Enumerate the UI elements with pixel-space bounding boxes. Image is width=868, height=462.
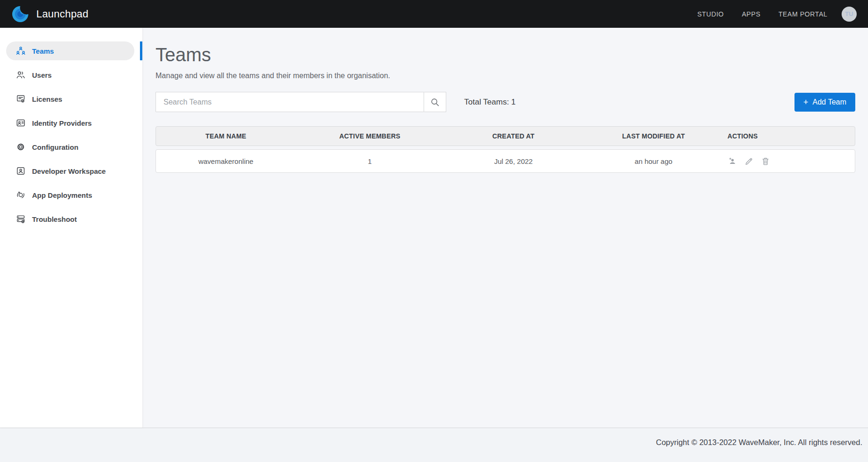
sidebar-item-label: App Deployments [32,191,92,199]
active-members-cell: 1 [296,157,444,165]
active-item-bar [140,41,142,60]
add-team-button-label: Add Team [812,98,846,106]
sidebar-item-teams[interactable]: Teams [0,41,142,60]
sidebar: Teams Users Licenses [0,28,143,428]
app-title: Launchpad [36,8,89,20]
controls-row: Total Teams: 1 + Add Team [156,92,855,112]
sidebar-item-developer-workspace[interactable]: Developer Workspace [0,162,142,180]
nav-team-portal[interactable]: TEAM PORTAL [778,10,827,18]
sidebar-item-label: Troubleshoot [32,215,77,223]
sidebar-item-identity-providers[interactable]: Identity Providers [0,113,142,132]
table-header: TEAM NAME ACTIVE MEMBERS CREATED AT LAST… [156,126,855,146]
column-header-team-name: TEAM NAME [156,132,296,140]
page-subtitle: Manage and view all the teams and their … [156,72,855,80]
search-group [156,92,446,112]
developer-workspace-icon [16,166,26,176]
delete-icon [761,156,770,166]
identity-providers-icon [16,118,26,128]
last-modified-at-cell: an hour ago [583,157,724,165]
edit-team-button[interactable] [744,156,754,166]
sidebar-item-label: Users [32,71,52,79]
delete-team-button[interactable] [761,156,770,166]
sidebar-item-label: Identity Providers [32,119,92,127]
sidebar-item-users[interactable]: Users [0,65,142,84]
troubleshoot-icon [16,214,26,224]
team-name-cell: wavemakeronline [156,157,296,165]
sidebar-item-licenses[interactable]: Licenses [0,89,142,108]
teams-table: TEAM NAME ACTIVE MEMBERS CREATED AT LAST… [156,126,855,173]
licenses-icon [16,94,26,104]
column-header-active-members: ACTIVE MEMBERS [296,132,444,140]
teams-icon [16,46,26,56]
search-input[interactable] [156,92,424,112]
copyright-text: Copyright © 2013-2022 WaveMaker, Inc. Al… [656,438,862,447]
sidebar-item-label: Configuration [32,143,78,151]
plus-icon: + [803,98,809,106]
search-icon [430,97,440,107]
configuration-icon [16,142,26,152]
footer: Copyright © 2013-2022 WaveMaker, Inc. Al… [0,428,868,462]
avatar[interactable]: TU [842,7,857,22]
app-deployments-icon [16,190,26,200]
main-content: Teams Manage and view all the teams and … [143,28,868,428]
wavemaker-logo-icon [11,5,29,23]
sidebar-item-configuration[interactable]: Configuration [0,138,142,156]
table-row: wavemakeronline 1 Jul 26, 2022 an hour a… [156,149,855,173]
add-member-button[interactable] [728,156,737,166]
page-title: Teams [156,44,855,65]
sidebar-item-label: Teams [32,47,54,55]
add-member-icon [728,156,737,166]
users-icon [16,70,26,80]
sidebar-item-app-deployments[interactable]: App Deployments [0,186,142,204]
brand[interactable]: Launchpad [11,5,89,23]
top-navigation: STUDIO APPS TEAM PORTAL TU [697,7,857,22]
nav-studio[interactable]: STUDIO [697,10,724,18]
nav-apps[interactable]: APPS [742,10,761,18]
total-teams-label: Total Teams: 1 [464,97,516,107]
sidebar-item-label: Licenses [32,95,62,103]
column-header-created-at: CREATED AT [444,132,583,140]
topbar: Launchpad STUDIO APPS TEAM PORTAL TU [0,0,868,28]
column-header-last-modified-at: LAST MODIFIED AT [583,132,724,140]
search-button[interactable] [424,92,446,112]
created-at-cell: Jul 26, 2022 [444,157,583,165]
actions-cell [724,156,855,166]
edit-icon [744,156,754,166]
add-team-button[interactable]: + Add Team [794,93,855,112]
column-header-actions: ACTIONS [724,132,855,140]
sidebar-item-label: Developer Workspace [32,167,106,175]
sidebar-item-troubleshoot[interactable]: Troubleshoot [0,210,142,228]
